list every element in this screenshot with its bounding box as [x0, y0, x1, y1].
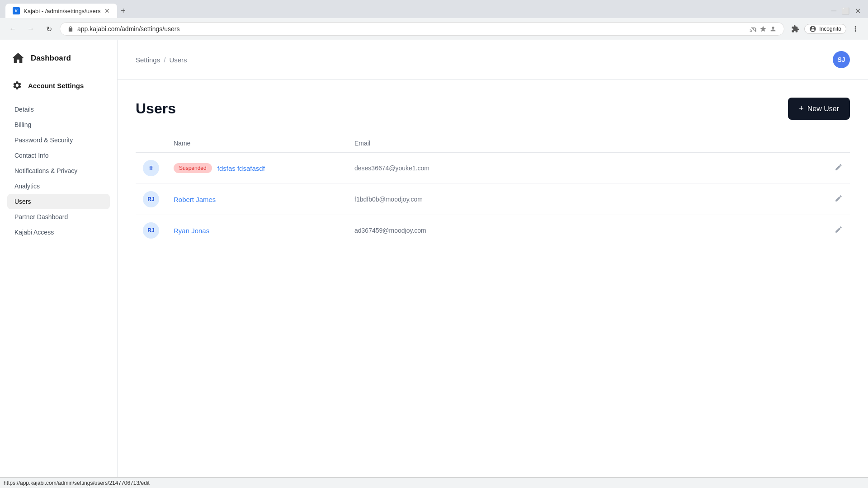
col-header-email: Email: [347, 134, 823, 153]
user-avatar-0: ff: [143, 160, 159, 176]
sidebar-item-partner-dashboard[interactable]: Partner Dashboard: [7, 209, 110, 225]
sidebar-nav: DetailsBillingPassword & SecurityContact…: [0, 100, 117, 242]
user-avatar-1: RJ: [143, 191, 159, 207]
edit-user-button-1[interactable]: [835, 196, 843, 204]
table-row: RJRobert Jamesf1bdfb0b@moodjoy.com: [136, 184, 850, 215]
suspended-badge-0: Suspended: [174, 163, 212, 173]
status-url: https://app.kajabi.com/admin/settings/us…: [4, 480, 150, 486]
user-name-link-2[interactable]: Ryan Jonas: [174, 227, 209, 235]
sidebar: Dashboard Account Settings DetailsBillin…: [0, 40, 118, 477]
sidebar-item-notifications-privacy[interactable]: Notifications & Privacy: [7, 163, 110, 178]
cast-icon: [750, 25, 757, 33]
status-bar: https://app.kajabi.com/admin/settings/us…: [0, 477, 868, 488]
user-email-0: deses36674@youke1.com: [354, 164, 429, 172]
breadcrumb-settings[interactable]: Settings: [136, 56, 160, 64]
incognito-icon: [809, 25, 816, 33]
table-row: ffSuspendedfdsfas fdsafasdfdeses36674@yo…: [136, 153, 850, 184]
main-content: Settings / Users SJ Users + New User Nam…: [118, 40, 868, 477]
col-header-action: [823, 134, 850, 153]
user-name-cell-0: Suspendedfdsfas fdsafasdf: [174, 163, 340, 173]
users-table: Name Email ffSuspendedfdsfas fdsafasdfde…: [136, 134, 850, 246]
dashboard-label: Dashboard: [31, 54, 71, 63]
user-name-cell-2: Ryan Jonas: [174, 227, 340, 235]
active-tab[interactable]: K Kajabi - /admin/settings/users ✕: [5, 4, 117, 18]
gear-icon: [12, 80, 22, 90]
user-name-link-0[interactable]: fdsfas fdsafasdf: [217, 164, 265, 172]
top-bar: Settings / Users SJ: [118, 40, 868, 80]
user-email-2: ad367459@moodjoy.com: [354, 227, 426, 234]
address-bar-icons: [750, 25, 777, 33]
window-controls: ─ ⬜ ✕: [830, 5, 868, 17]
new-tab-button[interactable]: +: [117, 5, 130, 17]
sidebar-item-kajabi-access[interactable]: Kajabi Access: [7, 225, 110, 240]
incognito-badge[interactable]: Incognito: [804, 24, 846, 34]
sidebar-item-users[interactable]: Users: [7, 194, 110, 209]
tab-close-button[interactable]: ✕: [104, 7, 110, 14]
close-button[interactable]: ✕: [853, 5, 863, 17]
breadcrumb-current: Users: [169, 56, 187, 64]
star-icon[interactable]: [760, 25, 767, 33]
plus-icon: +: [799, 104, 804, 113]
sidebar-item-details[interactable]: Details: [7, 102, 110, 117]
back-button[interactable]: ←: [5, 22, 20, 36]
table-header: Name Email: [136, 134, 850, 153]
maximize-button[interactable]: ⬜: [840, 5, 851, 16]
extensions-button[interactable]: [788, 22, 802, 36]
user-avatar-2: RJ: [143, 222, 159, 239]
account-settings-header[interactable]: Account Settings: [7, 75, 110, 96]
new-user-label: New User: [807, 105, 839, 113]
edit-user-button-2[interactable]: [835, 227, 843, 235]
lock-icon: [67, 26, 74, 32]
page-content: Users + New User Name Email ffSuspendedf: [118, 80, 868, 477]
user-email-1: f1bdfb0b@moodjoy.com: [354, 196, 423, 203]
edit-user-button-0[interactable]: [835, 165, 843, 173]
tab-favicon: K: [13, 7, 20, 14]
minimize-button[interactable]: ─: [830, 5, 838, 17]
sidebar-item-password-security[interactable]: Password & Security: [7, 132, 110, 148]
sidebar-item-analytics[interactable]: Analytics: [7, 178, 110, 194]
menu-button[interactable]: [848, 22, 863, 36]
dashboard-link[interactable]: Dashboard: [0, 40, 117, 71]
incognito-label: Incognito: [819, 26, 841, 32]
table-row: RJRyan Jonasad367459@moodjoy.com: [136, 215, 850, 246]
user-avatar[interactable]: SJ: [833, 51, 850, 68]
url-text: app.kajabi.com/admin/settings/users: [77, 25, 746, 33]
breadcrumb: Settings / Users: [136, 56, 187, 64]
home-icon: [11, 51, 25, 66]
forward-button[interactable]: →: [24, 22, 38, 36]
page-title: Users: [136, 100, 176, 117]
new-user-button[interactable]: + New User: [788, 98, 850, 120]
col-header-avatar: [136, 134, 166, 153]
sidebar-item-billing[interactable]: Billing: [7, 117, 110, 132]
page-header: Users + New User: [136, 98, 850, 120]
account-settings-label: Account Settings: [28, 82, 84, 89]
user-name-cell-1: Robert James: [174, 196, 340, 203]
address-bar[interactable]: app.kajabi.com/admin/settings/users: [60, 22, 784, 36]
breadcrumb-separator: /: [164, 56, 165, 64]
reload-button[interactable]: ↻: [42, 22, 56, 36]
users-table-body: ffSuspendedfdsfas fdsafasdfdeses36674@yo…: [136, 153, 850, 246]
col-header-name: Name: [166, 134, 347, 153]
profile-icon[interactable]: [769, 25, 777, 33]
tab-title: Kajabi - /admin/settings/users: [24, 8, 101, 14]
sidebar-item-contact-info[interactable]: Contact Info: [7, 148, 110, 163]
user-name-link-1[interactable]: Robert James: [174, 196, 216, 203]
